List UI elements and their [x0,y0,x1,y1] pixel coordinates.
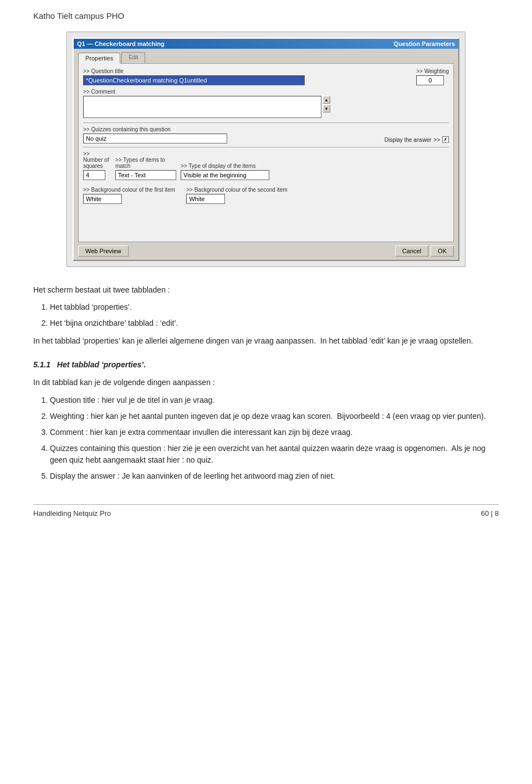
display-answer-group: Display the answer >> ✗ [385,126,449,143]
bg-first-label: >> Background colour of the first item [83,187,175,193]
scroll-up[interactable]: ▲ [323,96,330,104]
types-input[interactable] [115,170,176,180]
tab-edit[interactable]: Edit [121,52,145,63]
three-col-group: >> Number of squares >> Types of items t… [83,151,449,180]
quizzes-label: >> Quizzes containing this question [83,126,227,132]
para1: In het tabblad ‘properties’ kan je aller… [33,335,499,347]
dialog-window: Q1 — Checkerboard matching Question Para… [73,38,459,261]
section-list: Question title : hier vul je de titel in… [50,394,499,482]
section-heading: 5.1.1 Het tabblad ‘properties’. [33,358,499,371]
quizzes-group: >> Quizzes containing this question Disp… [83,126,449,144]
list-item-5: Display the answer : Je kan aanvinken of… [50,470,499,482]
squares-input[interactable] [83,170,105,180]
page-header: Katho Tielt campus PHO [33,11,499,21]
list-item-3: Comment : hier kan je extra commentaar i… [50,427,499,438]
weighting-input[interactable] [416,75,444,85]
section-intro: In dit tabblad kan je de volgende dingen… [33,376,499,388]
question-title-label: >> Question title [83,68,305,74]
intro-text: Het scherm bestaat uit twee tabbladen : [33,284,499,296]
dialog-title-left: Q1 — Checkerboard matching [77,40,165,47]
bg-first-group: >> Background colour of the first item [83,187,175,204]
comment-scrollbar: ▲ ▼ [323,96,330,112]
quizzes-col: >> Quizzes containing this question [83,126,227,144]
types-group: >> Types of items to match [115,157,176,180]
dialog-tabs: Properties Edit [74,49,458,63]
display-type-input[interactable] [181,170,269,180]
dialog-titlebar: Q1 — Checkerboard matching Question Para… [74,39,458,49]
footer-left: Handleiding Netquiz Pro [33,509,111,517]
weighting-group: >> Weighting [416,68,449,85]
screenshot-container: Q1 — Checkerboard matching Question Para… [66,32,466,267]
cancel-button[interactable]: Cancel [395,245,428,257]
bg-second-label: >> Background colour of the second item [186,187,287,193]
squares-group: >> Number of squares [83,151,111,180]
checkbox-icon: >> [433,137,440,143]
question-title-group: >> Question title [83,68,305,85]
types-label: >> Types of items to match [115,157,176,169]
weighting-label: >> Weighting [416,68,449,74]
display-type-label: >> Type of display of the items [181,163,269,169]
display-type-group: >> Type of display of the items [181,163,269,180]
footer-right: 60 | 8 [481,509,499,517]
header-title: Katho Tielt campus PHO [33,11,499,21]
dialog-title-right: Question Parameters [393,40,455,47]
intro-item-2: Het ‘bijna onzichtbare’ tabblad : ‘edit’… [50,317,499,329]
scroll-down[interactable]: ▼ [323,105,330,112]
list-item-2: Weighting : hier kan je het aantal punte… [50,411,499,422]
display-answer-checkbox[interactable]: ✗ [442,136,449,143]
squares-label: >> Number of squares [83,151,111,169]
intro-list: Het tabblad ‘properties’. Het ‘bijna onz… [50,301,499,329]
comment-group: >> Comment ▲ ▼ [83,89,449,118]
ok-button[interactable]: OK [431,245,454,257]
text-content: Het scherm bestaat uit twee tabbladen : … [33,284,499,482]
bg-first-input[interactable] [83,194,122,204]
comment-textarea[interactable] [83,96,321,118]
bg-second-group: >> Background colour of the second item [186,187,287,204]
tab-properties[interactable]: Properties [78,53,120,64]
dialog-footer: Web Preview Cancel OK [74,242,458,260]
display-answer-label: Display the answer [385,137,431,143]
question-title-input[interactable] [83,75,305,85]
bg-colors-group: >> Background colour of the first item >… [83,187,449,204]
page-footer: Handleiding Netquiz Pro 60 | 8 [33,504,499,517]
footer-right-buttons: Cancel OK [395,245,454,257]
quizzes-input[interactable] [83,134,227,144]
list-item-4: Quizzes containing this question : hier … [50,443,499,466]
dialog-body: >> Question title >> Weighting >> Commen… [78,63,454,242]
bg-second-input[interactable] [186,194,225,204]
list-item-1: Question title : hier vul je de titel in… [50,394,499,406]
web-preview-button[interactable]: Web Preview [78,245,129,257]
intro-item-1: Het tabblad ‘properties’. [50,301,499,313]
comment-label: >> Comment [83,89,449,95]
